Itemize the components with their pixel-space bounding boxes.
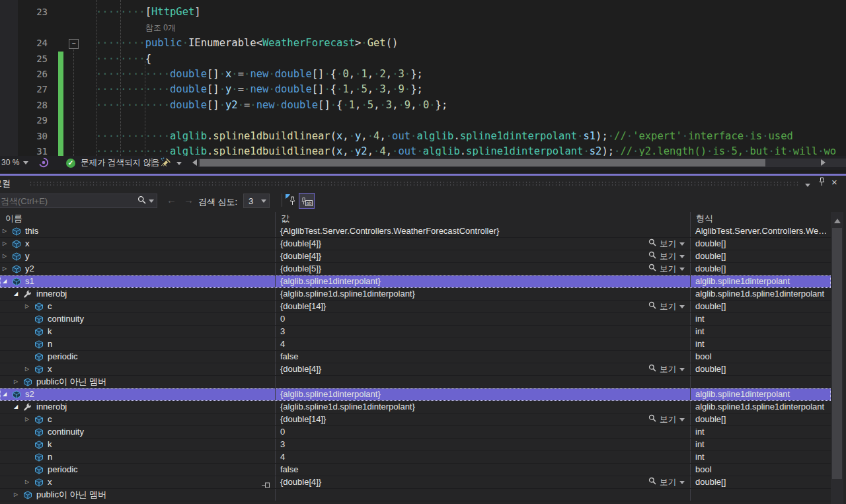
expander-expanded-icon[interactable]: ◢: [14, 288, 18, 300]
extension-icon[interactable]: [38, 157, 49, 170]
close-icon[interactable]: ×: [831, 176, 837, 188]
search-input[interactable]: [0, 196, 137, 206]
variable-type: int: [695, 339, 705, 349]
locals-row[interactable]: ▷public이 아닌 멤버: [0, 376, 831, 388]
locals-row[interactable]: ◢s1{alglib.spline1dinterpolant}alglib.sp…: [0, 275, 831, 288]
line-number: 26: [0, 67, 48, 82]
code-text: ············double[]·y2·=·new·double[]·{…: [96, 98, 447, 113]
locals-row[interactable]: ▷c{double[14]}보기double[]: [0, 301, 831, 313]
variable-box-icon: [12, 265, 21, 275]
column-header-value[interactable]: 값: [276, 212, 691, 225]
panel-splitter[interactable]: [0, 170, 846, 176]
codelens-line[interactable]: 참조 0개: [0, 20, 846, 36]
expander-collapsed-icon[interactable]: ▷: [25, 301, 29, 312]
type-cell: AlglibTest.Server.Controllers.WeatherFor…: [691, 225, 831, 237]
scrollbar-thumb[interactable]: [200, 159, 765, 166]
expander-expanded-icon[interactable]: ◢: [3, 275, 7, 287]
code-line[interactable]: 31············alglib.spline1dbuildlinear…: [0, 144, 846, 156]
search-next-arrow[interactable]: →: [184, 194, 194, 205]
expander-collapsed-icon[interactable]: ▷: [3, 238, 7, 250]
search-box[interactable]: [0, 194, 157, 208]
expander-collapsed-icon[interactable]: ▷: [3, 250, 7, 262]
column-header-name[interactable]: 이름: [0, 212, 276, 225]
view-button[interactable]: 보기: [648, 476, 685, 488]
locals-row[interactable]: ▷x{double[4]}보기double[]: [0, 238, 831, 250]
fold-collapse-box[interactable]: −: [69, 39, 79, 49]
locals-row[interactable]: periodicfalsebool: [0, 351, 831, 363]
scroll-up-arrow[interactable]: [834, 215, 841, 223]
vertical-scrollbar[interactable]: [831, 212, 843, 504]
horizontal-scrollbar[interactable]: [198, 159, 846, 167]
code-editor[interactable]: 2223········[HttpGet]참조 0개24−········pub…: [0, 0, 846, 156]
code-line[interactable]: 25········{: [0, 52, 846, 67]
code-line[interactable]: 26············double[]·x·=·new·double[]·…: [0, 67, 846, 82]
name-cell: ▷c: [0, 414, 276, 425]
code-line[interactable]: 23········[HttpGet]: [0, 5, 846, 20]
locals-row[interactable]: ◢s2{alglib.spline1dinterpolant}alglib.sp…: [0, 388, 831, 401]
locals-row[interactable]: ▷x{double[4]}보기double[]: [0, 363, 831, 376]
scrollbar-thumb[interactable]: [832, 228, 842, 479]
locals-row[interactable]: continuity0int: [0, 426, 831, 439]
view-button[interactable]: 보기: [648, 250, 685, 262]
column-header-type[interactable]: 형식: [691, 212, 831, 225]
search-options-caret[interactable]: [149, 199, 154, 205]
view-button[interactable]: 보기: [648, 263, 685, 275]
view-button[interactable]: 보기: [648, 301, 685, 312]
expander-collapsed-icon[interactable]: ▷: [3, 263, 7, 275]
locals-row[interactable]: periodicfalsebool: [0, 464, 831, 476]
locals-row[interactable]: ◢innerobj{alglib.spline1d.spline1dinterp…: [0, 288, 831, 301]
view-button[interactable]: 보기: [648, 238, 685, 250]
zoom-dropdown[interactable]: 30 %: [1, 158, 28, 167]
view-button[interactable]: 보기: [648, 363, 685, 375]
locals-row[interactable]: k3int: [0, 326, 831, 338]
pin-to-source-icon[interactable]: [262, 480, 271, 488]
expander-collapsed-icon[interactable]: ▷: [25, 363, 29, 375]
code-line[interactable]: 30············alglib.spline1dbuildlinear…: [0, 129, 846, 144]
search-depth-dropdown[interactable]: 3: [243, 194, 270, 208]
expander-collapsed-icon[interactable]: ▷: [14, 489, 18, 501]
expander-expanded-icon[interactable]: ◢: [14, 401, 18, 413]
pin-icon[interactable]: [818, 177, 826, 188]
code-line[interactable]: 22: [0, 0, 846, 5]
expander-collapsed-icon[interactable]: ▷: [25, 476, 29, 488]
pin-to-source-toggle[interactable]: [284, 193, 300, 209]
code-line[interactable]: 24−········public·IEnumerable<WeatherFor…: [0, 36, 846, 51]
code-line[interactable]: 29: [0, 113, 846, 128]
search-icon[interactable]: [137, 196, 146, 206]
locals-row[interactable]: ▷y{double[4]}보기double[]: [0, 250, 831, 263]
locals-row[interactable]: ▷x{double[4]}보기double[]: [0, 476, 831, 489]
expander-expanded-icon[interactable]: ◢: [3, 388, 7, 400]
search-prev-arrow[interactable]: ←: [167, 194, 176, 205]
name-cell: ◢innerobj: [0, 401, 276, 413]
locals-row[interactable]: ▷this{AlglibTest.Server.Controllers.Weat…: [0, 225, 831, 238]
view-button[interactable]: 보기: [648, 414, 685, 425]
scroll-left-arrow[interactable]: [189, 159, 197, 166]
variable-value: {double[14]}: [280, 301, 326, 311]
locals-row[interactable]: n4int: [0, 338, 831, 351]
code-line[interactable]: 28············double[]·y2·=·new·double[]…: [0, 98, 846, 113]
variable-name: x: [48, 363, 52, 375]
code-cleanup-button[interactable]: [160, 157, 182, 169]
locals-row[interactable]: continuity0int: [0, 313, 831, 326]
code-lines: 2223········[HttpGet]참조 0개24−········pub…: [0, 0, 846, 156]
locals-row[interactable]: n4int: [0, 451, 831, 464]
expander-collapsed-icon[interactable]: ▷: [25, 414, 29, 425]
drag-grip-texture: [29, 181, 800, 186]
variable-value: 0: [280, 427, 285, 437]
locals-row[interactable]: ◢innerobj{alglib.spline1d.spline1dinterp…: [0, 401, 831, 414]
locals-row[interactable]: ▷y2{double[5]}보기double[]: [0, 263, 831, 275]
codelens-references: 참조 0개: [145, 20, 176, 36]
locals-row[interactable]: ▷public이 아닌 멤버: [0, 489, 831, 501]
expander-collapsed-icon[interactable]: ▷: [14, 376, 18, 388]
document-health-indicator[interactable]: ✓ 문제가 검색되지 않음: [66, 157, 159, 168]
variable-box-icon: [23, 378, 32, 388]
value-cell: {alglib.spline1dinterpolant}: [276, 388, 691, 400]
value-cell: false: [276, 464, 691, 476]
scroll-right-arrow[interactable]: [821, 159, 829, 166]
locals-row[interactable]: ▷c{double[14]}보기double[]: [0, 414, 831, 426]
locals-row[interactable]: k3int: [0, 439, 831, 451]
chevron-down-icon: [176, 162, 182, 168]
code-line[interactable]: 27············double[]·y·=·new·double[]·…: [0, 82, 846, 97]
expander-collapsed-icon[interactable]: ▷: [3, 225, 7, 237]
pin-values-toggle[interactable]: ab: [299, 193, 315, 209]
